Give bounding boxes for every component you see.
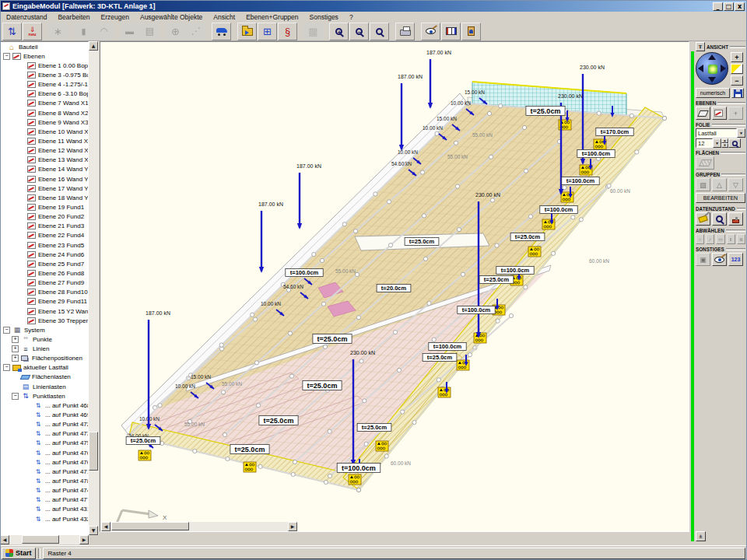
raster-button[interactable]: ▦ [303, 23, 323, 40]
tree-item-ebene-15-y2-wand-t[interactable]: Ebene 15 Y2 Wand T [1, 306, 88, 316]
folie-search-button[interactable] [728, 138, 741, 148]
tree-vertical-scrollbar[interactable]: ▲ ▼ [89, 41, 99, 535]
tree-item-ebene-29-fund11[interactable]: Ebene 29 Fund11 [1, 297, 88, 306]
datenzustand-wechseln-button[interactable]: ⇅ [2, 23, 22, 40]
contrast-button[interactable] [731, 64, 743, 74]
drucken-button[interactable] [395, 23, 415, 40]
tree-item-linien[interactable]: +≡Linien [1, 345, 88, 354]
tree-item-auf-punkt-473[interactable]: ⇅... auf Punkt 473 [1, 429, 88, 439]
pin-panel-button[interactable]: Ŧ [696, 42, 705, 51]
tree-item-auf-punkt-431[interactable]: ⇅... auf Punkt 431 [1, 505, 88, 514]
bearbeiten-button[interactable]: BEARBEITEN [696, 193, 745, 203]
close-button[interactable]: x [735, 2, 745, 11]
zoom-fenster-button[interactable] [370, 23, 389, 40]
chevron-down-icon[interactable]: ▼ [737, 128, 745, 138]
scroll-right-icon[interactable]: ▶ [79, 535, 89, 544]
model-canvas[interactable]: 15.00 kN10.00 kN55.00 kN15.00 kN10.00 kN… [100, 41, 689, 532]
tree-item-auf-punkt-477[interactable]: ⇅... auf Punkt 477 [1, 495, 88, 505]
polylinie-button[interactable]: ⋰ [186, 23, 205, 40]
tree-item-ebene-1-0-00-bopl[interactable]: Ebene 1 0.00 Bopl. [1, 61, 88, 70]
tree-item-punktlasten[interactable]: −⇅Punktlasten [1, 391, 88, 401]
ebene-edit-button[interactable] [712, 107, 727, 120]
tree-item-ebene-25-fund7[interactable]: Ebene 25 Fund7 [1, 259, 88, 268]
panel-collapse-button[interactable]: ± [696, 531, 706, 541]
abwahl-flaeche-button[interactable]: ▭ [716, 234, 724, 244]
bemassung-button[interactable]: ⊞ [258, 23, 277, 40]
zoom-out-button[interactable]: − [349, 23, 369, 40]
menu-ebenen-gruppen[interactable]: Ebenen+Gruppen [240, 12, 303, 22]
menu-ansicht[interactable]: Ansicht [208, 12, 240, 22]
tree-item-ebene-24-fund6[interactable]: Ebene 24 Fund6 [1, 250, 88, 259]
tree-item-ebene-3-0-975-bop[interactable]: Ebene 3 -0.975 Bop [1, 70, 88, 79]
neu-button[interactable]: ⇓neu [23, 23, 42, 40]
maximize-button[interactable]: □ [724, 2, 734, 11]
tree-item-ebene-30-treppenk[interactable]: Ebene 30 Treppenk [1, 316, 88, 325]
tree-horizontal-scrollbar[interactable]: ◀ ▶ [0, 535, 89, 544]
tree-item-ebene-6-3-10-bopl[interactable]: Ebene 6 -3.10 Bopl. [1, 89, 88, 99]
neuzeichnen-button[interactable] [712, 253, 727, 266]
rotate-up-icon[interactable] [708, 54, 716, 60]
model-3d-view[interactable]: 15.00 kN10.00 kN55.00 kN15.00 kN10.00 kN… [100, 42, 689, 531]
normen-button[interactable]: § [278, 23, 297, 40]
tree-item-ebene-26-fund8[interactable]: Ebene 26 Fund8 [1, 268, 88, 278]
tree-item-ebene-8-wand-x2[interactable]: Ebene 8 Wand X2 [1, 108, 88, 117]
start-button[interactable]: Start [2, 548, 36, 559]
bogen-button[interactable]: ◠ [94, 23, 114, 40]
tree-item-ebene-23-fund5[interactable]: Ebene 23 Fund5 [1, 240, 88, 250]
tree-item-auf-punkt-470[interactable]: ⇅... auf Punkt 470 [1, 457, 88, 467]
abwahl-alles-button[interactable]: ≋ [737, 234, 745, 244]
handbuch-button[interactable] [441, 23, 461, 40]
tree-item-system[interactable]: −▦System [1, 325, 88, 334]
tree-item-auf-punkt-432[interactable]: ⇅... auf Punkt 432 [1, 514, 88, 523]
task-raster4-button[interactable]: Raster 4 [43, 548, 745, 559]
view-rotation-pad[interactable] [696, 52, 728, 85]
expand-toggle-icon[interactable]: + [12, 345, 19, 352]
menu-datenzustand[interactable]: Datenzustand [1, 12, 52, 22]
canvas-scroll-left-icon[interactable]: ◀ [101, 522, 110, 531]
tree-item-ebene-10-wand-x4[interactable]: Ebene 10 Wand X4 [1, 127, 88, 136]
folie-type-value[interactable]: Lastfall [696, 128, 737, 138]
nummern-button[interactable]: 123 [728, 253, 743, 266]
canvas-horizontal-scrollbar[interactable]: ◀ ▶ [101, 522, 297, 531]
tree-item-auf-punkt-472[interactable]: ⇅... auf Punkt 472 [1, 420, 88, 429]
abwahl-gruppe-button[interactable]: ‖ [727, 234, 735, 244]
zoom-in-button[interactable]: + [329, 23, 349, 40]
tree-item-ebene-11-wand-x5[interactable]: Ebene 11 Wand X5 [1, 136, 88, 145]
ebene-outline-button[interactable] [696, 107, 710, 120]
gruppe-flaeche-button[interactable]: ▧ [696, 178, 710, 191]
beenden-button[interactable] [461, 23, 481, 40]
expand-toggle-icon[interactable]: + [12, 355, 19, 362]
tree-item-ebene-20-fund2[interactable]: Ebene 20 Fund2 [1, 212, 88, 222]
expand-toggle-icon[interactable]: + [12, 336, 19, 343]
menu-[interactable]: ? [344, 12, 359, 22]
tree-item-ebene-4-1-275-1-4[interactable]: Ebene 4 -1.275/-1.4 [1, 80, 88, 89]
tree-item-ebene-14-wand-y1[interactable]: Ebene 14 Wand Y1 [1, 165, 88, 174]
menu-erzeugen[interactable]: Erzeugen [96, 12, 135, 22]
numerisch-button[interactable]: numerisch [696, 88, 730, 98]
tree-item-ebene-9-wand-x3[interactable]: Ebene 9 Wand X3 [1, 117, 88, 127]
fahrzeug-lasten-button[interactable] [212, 23, 231, 40]
chevron-down-icon[interactable]: ▼ [713, 138, 721, 148]
folie-type-combo[interactable]: Lastfall ▼ [696, 128, 745, 138]
import-button[interactable] [237, 23, 257, 40]
tree-vscroll-thumb[interactable] [89, 432, 98, 471]
tree-item-ebene-22-fund4[interactable]: Ebene 22 Fund4 [1, 231, 88, 240]
expand-toggle-icon[interactable]: − [3, 364, 10, 371]
stempeln-button[interactable] [728, 212, 743, 226]
kopieren-button[interactable]: ▣ [696, 253, 710, 266]
tree-item-punkte[interactable]: +°°Punkte [1, 334, 88, 344]
tree-item-ebene-17-wand-y4[interactable]: Ebene 17 Wand Y4 [1, 184, 88, 193]
ansicht-neuzeichnen-button[interactable] [421, 23, 440, 40]
abwahl-punkt-button[interactable]: ○ [696, 234, 704, 244]
canvas-hscroll-thumb[interactable] [111, 522, 189, 530]
gruppe-ab-button[interactable]: ▽ [728, 178, 743, 191]
tree-item-linienlasten[interactable]: ▤Linienlasten [1, 382, 88, 391]
tree-item-ebene-28-fund10[interactable]: Ebene 28 Fund10 [1, 288, 88, 297]
netz-button[interactable]: ▤ [140, 23, 160, 40]
rotate-down-icon[interactable] [708, 77, 716, 82]
menu-bearbeiten[interactable]: Bearbeiten [52, 12, 95, 22]
zoom-plus-button[interactable]: + [731, 52, 743, 62]
tree-item-ebenen[interactable]: −Ebenen [1, 51, 88, 61]
save-view-button[interactable] [731, 88, 744, 98]
tree-item-auf-punkt-474[interactable]: ⇅... auf Punkt 474 [1, 486, 88, 495]
